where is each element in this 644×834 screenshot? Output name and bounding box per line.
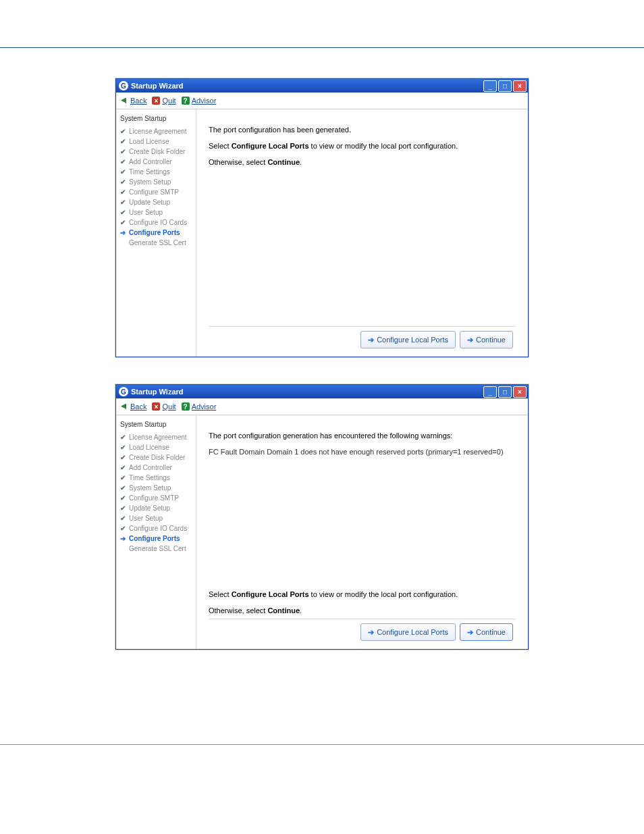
arrow-right-icon: ➔ (119, 535, 126, 542)
sidebar-step[interactable]: ✔System Setup (119, 483, 193, 493)
sidebar-step[interactable]: •Generate SSL Cert (119, 238, 193, 248)
sidebar-step-label: Configure IO Cards (129, 219, 187, 226)
configure-local-ports-button[interactable]: ➔ Configure Local Ports (360, 331, 456, 348)
sidebar-step[interactable]: ✔Configure SMTP (119, 187, 193, 197)
sidebar-step-label: Update Setup (129, 199, 170, 206)
continue-button[interactable]: ➔ Continue (460, 331, 513, 348)
sidebar-step-label: License Agreement (129, 434, 187, 441)
check-icon: ✔ (119, 444, 126, 451)
app-icon: G (119, 81, 128, 90)
check-icon: ✔ (119, 494, 126, 502)
sidebar-step[interactable]: ✔Update Setup (119, 503, 193, 513)
close-button[interactable]: × (513, 386, 527, 398)
sidebar-step[interactable]: ✔Time Settings (119, 473, 193, 483)
quit-icon: × (152, 97, 160, 105)
sidebar-step[interactable]: ➔Configure Ports (119, 228, 193, 238)
sidebar-step-label: Load License (129, 138, 169, 145)
arrow-left-icon: ⯇ (120, 402, 128, 411)
sidebar-step-label: Load License (129, 444, 169, 451)
arrow-right-icon: ➔ (368, 628, 374, 637)
advisor-button[interactable]: ? Advisor (182, 97, 217, 105)
arrow-right-icon: ➔ (467, 336, 473, 344)
sidebar-step-label: Create Disk Folder (129, 454, 185, 461)
sidebar-step[interactable]: ✔Configure IO Cards (119, 217, 193, 228)
sidebar-step-label: Configure Ports (129, 229, 180, 236)
sidebar-step-label: System Setup (129, 484, 171, 492)
minimize-button[interactable]: _ (483, 80, 497, 92)
sidebar-step-label: Create Disk Folder (129, 148, 185, 155)
sidebar-step-label: Configure SMTP (129, 494, 179, 502)
minimize-button[interactable]: _ (483, 386, 497, 398)
sidebar-step[interactable]: ✔Add Controller (119, 463, 193, 473)
sidebar-step-label: Generate SSL Cert (129, 545, 186, 552)
sidebar-step[interactable]: ✔Create Disk Folder (119, 147, 193, 157)
sidebar-step[interactable]: ✔License Agreement (119, 432, 193, 442)
maximize-button[interactable]: □ (498, 386, 512, 398)
sidebar-step-label: Time Settings (129, 168, 170, 176)
check-icon: ✔ (119, 484, 126, 492)
sidebar-step-label: Configure Ports (129, 535, 180, 542)
sidebar-step[interactable]: ✔Configure SMTP (119, 493, 193, 503)
check-icon: ✔ (119, 515, 126, 522)
configure-local-ports-button[interactable]: ➔ Configure Local Ports (360, 623, 456, 641)
arrow-right-icon: ➔ (119, 229, 126, 236)
advisor-button[interactable]: ? Advisor (182, 402, 217, 411)
sidebar-step[interactable]: ✔User Setup (119, 513, 193, 523)
sidebar-header: System Startup (119, 113, 193, 126)
sidebar-step[interactable]: ✔System Setup (119, 177, 193, 187)
continue-button[interactable]: ➔ Continue (460, 623, 513, 641)
sidebar-step-label: Add Controller (129, 464, 172, 471)
back-button[interactable]: ⯇ Back (120, 97, 146, 105)
warning-item: FC Fault Domain Domain 1 does not have e… (209, 448, 516, 456)
sidebar-step-label: Time Settings (129, 474, 170, 481)
app-icon: G (119, 387, 128, 396)
sidebar-step[interactable]: ✔Add Controller (119, 157, 193, 167)
window-title: Startup Wizard (131, 82, 184, 90)
sidebar-step[interactable]: ✔License Agreement (119, 126, 193, 136)
titlebar[interactable]: G Startup Wizard _ □ × (116, 385, 528, 398)
wizard-sidebar: System Startup ✔License Agreement✔Load L… (116, 109, 196, 357)
sidebar-step[interactable]: ✔Update Setup (119, 197, 193, 207)
sidebar-step-label: Configure SMTP (129, 188, 179, 196)
back-button[interactable]: ⯇ Back (120, 402, 146, 411)
window-title: Startup Wizard (131, 388, 184, 396)
wizard-content: The port configuration has been generate… (196, 109, 528, 357)
sidebar-step[interactable]: ✔User Setup (119, 207, 193, 217)
arrow-right-icon: ➔ (467, 628, 473, 637)
help-icon: ? (182, 97, 190, 105)
sidebar-step[interactable]: •Generate SSL Cert (119, 544, 193, 554)
sidebar-step[interactable]: ✔Load License (119, 442, 193, 452)
content-line: The port configuration has been generate… (209, 126, 516, 134)
content-line: Otherwise, select Continue. (209, 158, 516, 166)
content-line: Select Configure Local Ports to view or … (209, 142, 516, 150)
sidebar-step[interactable]: ✔Configure IO Cards (119, 523, 193, 533)
check-icon: ✔ (119, 199, 126, 206)
close-button[interactable]: × (513, 80, 527, 92)
content-line: Select Configure Local Ports to view or … (209, 590, 516, 598)
sidebar-step[interactable]: ✔Create Disk Folder (119, 452, 193, 463)
content-line: Otherwise, select Continue. (209, 606, 516, 615)
sidebar-step-label: Update Setup (129, 504, 170, 512)
quit-button[interactable]: × Quit (152, 402, 176, 411)
maximize-button[interactable]: □ (498, 80, 512, 92)
sidebar-step[interactable]: ✔Load License (119, 136, 193, 147)
sidebar-step-label: Generate SSL Cert (129, 239, 186, 246)
startup-wizard-window-1: G Startup Wizard _ □ × ⯇ Back × Quit ? A… (115, 78, 529, 357)
check-icon: ✔ (119, 454, 126, 461)
check-icon: ✔ (119, 148, 126, 155)
sidebar-step-label: User Setup (129, 515, 163, 522)
sidebar-step-label: System Setup (129, 178, 171, 186)
sidebar-header: System Startup (119, 419, 193, 432)
check-icon: ✔ (119, 188, 126, 196)
wizard-content: The port configuration generation has en… (196, 415, 528, 649)
check-icon: ✔ (119, 525, 126, 532)
sidebar-step[interactable]: ➔Configure Ports (119, 533, 193, 544)
check-icon: ✔ (119, 219, 126, 226)
check-icon: ✔ (119, 209, 126, 216)
titlebar[interactable]: G Startup Wizard _ □ × (116, 79, 528, 93)
sidebar-step[interactable]: ✔Time Settings (119, 167, 193, 177)
warning-intro: The port configuration generation has en… (209, 432, 516, 440)
help-icon: ? (182, 402, 190, 411)
arrow-right-icon: ➔ (368, 336, 374, 344)
quit-button[interactable]: × Quit (152, 97, 176, 105)
